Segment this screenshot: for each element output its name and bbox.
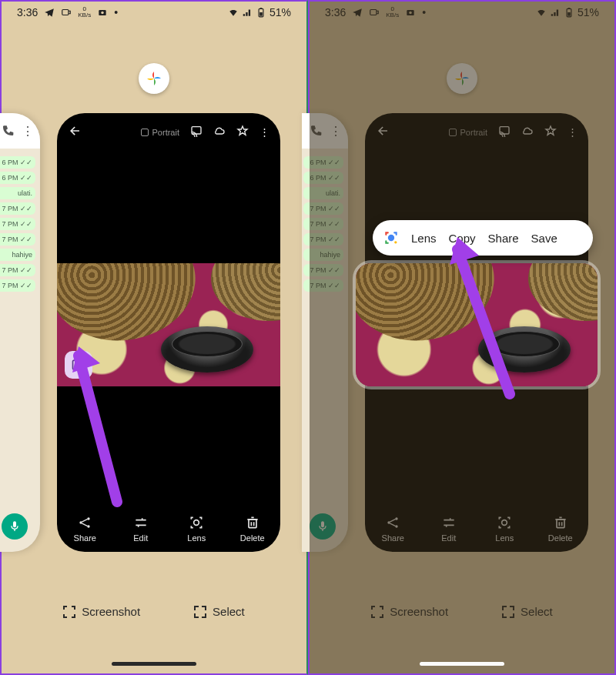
gesture-nav-pill[interactable] — [112, 662, 196, 666]
svg-rect-4 — [259, 12, 263, 16]
chat-bubble: 7 PM ✓✓ — [0, 264, 35, 276]
more-icon[interactable]: ⋮ — [259, 126, 270, 138]
screenshot-button[interactable]: Screenshot — [371, 605, 448, 618]
chat-bubble: 7 PM ✓✓ — [303, 279, 343, 292]
recents-card-whatsapp-peek[interactable]: ⋮ 6 PM ✓✓ 6 PM ✓✓ ulati. 7 PM ✓✓ 7 PM ✓✓… — [0, 113, 40, 552]
share-button[interactable]: Share — [62, 515, 108, 543]
image-context-menu: Lens Copy Share Save — [373, 220, 593, 256]
edit-button[interactable]: Edit — [118, 515, 164, 543]
cast-icon[interactable] — [190, 125, 203, 139]
recents-card-whatsapp-peek[interactable]: ⋮ 6 PM ✓✓ 6 PM ✓✓ ulati. 7 PM ✓✓ 7 PM ✓✓… — [302, 113, 348, 552]
wifi-icon — [228, 7, 239, 18]
back-icon[interactable] — [376, 124, 390, 140]
chat-bubble: hahiye — [0, 249, 35, 261]
ctx-copy-button[interactable]: Copy — [449, 232, 476, 245]
cast-icon[interactable] — [498, 125, 511, 139]
svg-rect-6 — [192, 127, 201, 134]
svg-rect-5 — [260, 8, 262, 8]
voice-fab[interactable] — [310, 513, 336, 540]
screenshot-left: 3:36 0 KB/s — [0, 0, 308, 675]
chat-bubble: 7 PM ✓✓ — [303, 202, 343, 215]
chat-bubble: 6 PM ✓✓ — [0, 156, 35, 169]
phone-icon — [2, 125, 14, 137]
telegram-icon — [44, 7, 55, 18]
card-icon — [369, 7, 380, 18]
svg-point-23 — [502, 520, 507, 526]
wifi-icon — [536, 7, 547, 18]
chat-bubble: 6 PM ✓✓ — [303, 156, 343, 169]
select-button[interactable]: Select — [502, 605, 553, 618]
svg-rect-18 — [568, 8, 570, 8]
more-icon: ⋮ — [22, 124, 34, 139]
status-time: 3:36 — [325, 6, 346, 18]
svg-point-21 — [396, 517, 398, 520]
cloud-icon[interactable] — [521, 125, 534, 139]
svg-point-2 — [101, 12, 104, 14]
back-icon[interactable] — [68, 124, 82, 140]
chat-bubble: 7 PM ✓✓ — [303, 233, 343, 246]
lens-button[interactable]: Lens — [173, 515, 219, 543]
svg-rect-24 — [557, 520, 564, 528]
svg-point-9 — [88, 517, 90, 520]
battery-icon — [256, 7, 266, 18]
svg-point-26 — [394, 241, 397, 243]
recents-action-row: Screenshot Select — [2, 605, 306, 618]
chat-bubble: hahiye — [303, 249, 343, 261]
portrait-chip[interactable]: Portrait — [141, 128, 179, 137]
svg-rect-17 — [567, 12, 571, 16]
camera-status-icon — [97, 7, 108, 18]
photo-action-bar: Share Edit Lens Delete — [57, 515, 280, 543]
cloud-icon[interactable] — [213, 125, 226, 139]
screenshot-icon — [63, 606, 75, 618]
image-thumbnail-chip[interactable] — [65, 351, 92, 379]
status-dot — [422, 6, 426, 18]
battery-percent: 51% — [578, 6, 599, 18]
select-icon — [194, 606, 206, 618]
ctx-save-button[interactable]: Save — [531, 232, 557, 245]
signal-icon — [550, 7, 561, 18]
edit-button[interactable]: Edit — [426, 515, 472, 543]
camera-status-icon — [405, 7, 416, 18]
star-icon[interactable] — [544, 125, 557, 139]
app-icon-google-photos[interactable] — [139, 63, 169, 94]
chat-bubble: 7 PM ✓✓ — [0, 218, 35, 230]
signal-icon — [242, 7, 253, 18]
photo-viewport[interactable] — [57, 263, 280, 386]
svg-point-15 — [409, 12, 412, 14]
ctx-lens-button[interactable]: Lens — [411, 232, 437, 245]
chat-bubbles: 6 PM ✓✓ 6 PM ✓✓ ulati. 7 PM ✓✓ 7 PM ✓✓ 7… — [0, 149, 40, 292]
voice-fab[interactable] — [2, 513, 28, 540]
delete-button[interactable]: Delete — [229, 515, 276, 543]
status-dot — [114, 6, 118, 18]
portrait-chip[interactable]: Portrait — [449, 128, 487, 137]
svg-rect-12 — [249, 520, 256, 528]
chat-bubble: 7 PM ✓✓ — [0, 233, 35, 246]
google-lens-icon[interactable] — [383, 230, 399, 246]
lens-button[interactable]: Lens — [481, 515, 527, 543]
status-bar: 3:36 0KB/s 51% — [310, 2, 614, 18]
select-button[interactable]: Select — [194, 605, 245, 618]
chat-bubble: 7 PM ✓✓ — [303, 218, 343, 230]
more-icon[interactable]: ⋮ — [567, 126, 578, 138]
ctx-share-button[interactable]: Share — [488, 232, 519, 245]
app-icon-google-photos[interactable] — [447, 63, 477, 94]
delete-button[interactable]: Delete — [537, 515, 584, 543]
svg-point-22 — [396, 525, 398, 527]
gesture-nav-pill[interactable] — [420, 662, 504, 666]
screenshot-button[interactable]: Screenshot — [63, 605, 140, 618]
recents-card-google-photos[interactable]: Portrait ⋮ — [57, 113, 280, 552]
card-icon — [61, 7, 72, 18]
chat-bubble: 7 PM ✓✓ — [303, 264, 343, 276]
chat-bubble: 6 PM ✓✓ — [303, 172, 343, 184]
net-speed: 0KB/s — [386, 6, 399, 18]
battery-icon — [564, 7, 574, 18]
svg-rect-13 — [370, 10, 377, 15]
svg-point-10 — [88, 525, 90, 527]
selected-image-highlight[interactable] — [356, 263, 598, 386]
status-bar: 3:36 0 KB/s — [2, 2, 306, 18]
screenshot-right: 3:36 0KB/s 51% ⋮ 6 PM ✓✓ 6 PM ✓✓ — [308, 0, 616, 675]
battery-percent: 51% — [270, 6, 291, 18]
chat-bubble: 7 PM ✓✓ — [0, 279, 35, 292]
star-icon[interactable] — [236, 125, 249, 139]
share-button[interactable]: Share — [370, 515, 416, 543]
